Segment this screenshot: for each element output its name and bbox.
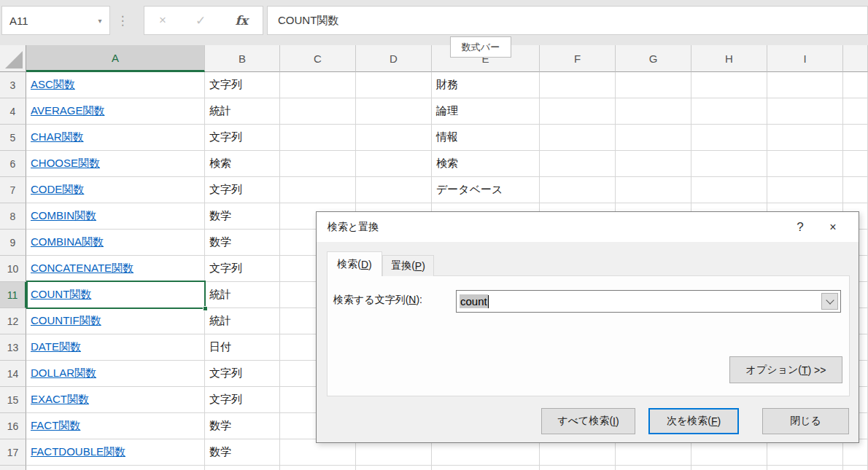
dialog-close-button[interactable]: 閉じる	[762, 408, 849, 434]
select-all-corner[interactable]	[0, 45, 26, 72]
chevron-down-icon[interactable]: ▾	[90, 17, 109, 25]
column-header-F[interactable]: F	[540, 45, 616, 72]
row-header[interactable]: 4	[0, 98, 26, 125]
row-header[interactable]: 5	[0, 125, 26, 151]
fill-handle[interactable]	[203, 306, 208, 311]
cell-partial[interactable]	[691, 466, 767, 470]
function-link[interactable]: CHOOSE関数	[31, 157, 100, 171]
row-header[interactable]: 15	[0, 387, 26, 413]
cell-c17[interactable]	[280, 439, 356, 466]
cell-b14[interactable]: 文字列	[205, 361, 280, 387]
cell-a14[interactable]: DOLLAR関数	[26, 361, 205, 387]
cell-e6[interactable]: 検索	[432, 151, 540, 177]
cell-partial[interactable]	[356, 466, 432, 470]
cell-g4[interactable]	[616, 98, 691, 125]
column-header-extra[interactable]	[843, 45, 868, 72]
function-link[interactable]: COMBIN関数	[31, 209, 96, 223]
insert-function-icon[interactable]: fx	[235, 13, 247, 28]
cell-c6[interactable]	[280, 151, 356, 177]
cell-e17[interactable]	[432, 439, 540, 466]
cell-i6[interactable]	[767, 151, 843, 177]
function-link[interactable]: FACT関数	[31, 419, 80, 433]
cell-d17[interactable]	[356, 439, 432, 466]
cell-a15[interactable]: EXACT関数	[26, 387, 205, 413]
cell-d3[interactable]	[356, 72, 432, 98]
function-link[interactable]: ASC関数	[31, 78, 75, 92]
column-header-A[interactable]: A	[26, 45, 205, 72]
cell-b7[interactable]: 文字列	[205, 177, 280, 203]
cell-b13[interactable]: 日付	[205, 334, 280, 361]
row-header[interactable]: 16	[0, 413, 26, 439]
cell-partial[interactable]	[616, 466, 691, 470]
row-header[interactable]: 12	[0, 308, 26, 334]
cell-a12[interactable]: COUNTIF関数	[26, 308, 205, 334]
cancel-icon[interactable]: ×	[159, 13, 166, 28]
search-dropdown-button[interactable]	[821, 293, 838, 310]
row-header[interactable]: 8	[0, 203, 26, 230]
row-header[interactable]: 10	[0, 256, 26, 282]
cell-e3[interactable]: 財務	[432, 72, 540, 98]
cell-partial[interactable]	[205, 466, 280, 470]
column-header-D[interactable]: D	[356, 45, 432, 72]
cell-extra[interactable]	[843, 177, 868, 203]
cell-c7[interactable]	[280, 177, 356, 203]
cell-a17[interactable]: FACTDOUBLE関数	[26, 439, 205, 466]
row-header[interactable]	[0, 466, 26, 470]
cell-f4[interactable]	[540, 98, 616, 125]
cell-a9[interactable]: COMBINA関数	[26, 230, 205, 256]
row-header[interactable]: 14	[0, 361, 26, 387]
cell-g5[interactable]	[616, 125, 691, 151]
cell-extra[interactable]	[843, 439, 868, 466]
cell-i4[interactable]	[767, 98, 843, 125]
column-header-G[interactable]: G	[616, 45, 691, 72]
cell-b5[interactable]: 文字列	[205, 125, 280, 151]
cell-h4[interactable]	[691, 98, 767, 125]
column-header-C[interactable]: C	[280, 45, 356, 72]
column-header-B[interactable]: B	[205, 45, 280, 72]
cell-b9[interactable]: 数学	[205, 230, 280, 256]
cell-g17[interactable]	[616, 439, 691, 466]
cell-d4[interactable]	[356, 98, 432, 125]
search-input[interactable]: count	[456, 290, 841, 313]
formula-bar[interactable]: COUNT関数	[267, 6, 868, 35]
cell-g3[interactable]	[616, 72, 691, 98]
function-link[interactable]: AVERAGE関数	[31, 104, 104, 118]
function-link[interactable]: DOLLAR関数	[31, 367, 96, 380]
find-next-button[interactable]: 次を検索(F)	[648, 408, 739, 434]
function-link[interactable]: CODE関数	[31, 183, 84, 197]
tab-replace[interactable]: 置換(P)	[382, 255, 434, 276]
cell-a4[interactable]: AVERAGE関数	[26, 98, 205, 125]
row-header[interactable]: 11	[0, 282, 26, 308]
cell-a7[interactable]: CODE関数	[26, 177, 205, 203]
cell-e7[interactable]: データベース	[432, 177, 540, 203]
cell-a6[interactable]: CHOOSE関数	[26, 151, 205, 177]
name-box[interactable]: A11 ▾	[1, 6, 110, 35]
cell-partial[interactable]	[26, 466, 205, 470]
cell-f6[interactable]	[540, 151, 616, 177]
function-link[interactable]: COUNTIF関数	[31, 314, 101, 328]
cell-a5[interactable]: CHAR関数	[26, 125, 205, 151]
cell-i17[interactable]	[767, 439, 843, 466]
row-header[interactable]: 3	[0, 72, 26, 98]
function-link[interactable]: CHAR関数	[31, 130, 84, 144]
cell-b17[interactable]: 数学	[205, 439, 280, 466]
function-link[interactable]: EXACT関数	[31, 393, 89, 407]
row-header[interactable]: 13	[0, 334, 26, 361]
cell-b10[interactable]: 文字列	[205, 256, 280, 282]
cell-a16[interactable]: FACT関数	[26, 413, 205, 439]
cell-b16[interactable]: 数学	[205, 413, 280, 439]
cell-partial[interactable]	[767, 466, 843, 470]
cell-i5[interactable]	[767, 125, 843, 151]
cell-partial[interactable]	[843, 466, 868, 470]
cell-d6[interactable]	[356, 151, 432, 177]
cell-partial[interactable]	[432, 466, 540, 470]
dialog-title-bar[interactable]: 検索と置換 ? ×	[317, 212, 859, 242]
cell-b3[interactable]: 文字列	[205, 72, 280, 98]
cell-f17[interactable]	[540, 439, 616, 466]
cell-extra[interactable]	[843, 151, 868, 177]
tab-find[interactable]: 検索(D)	[327, 251, 382, 276]
cell-h17[interactable]	[691, 439, 767, 466]
cell-d5[interactable]	[356, 125, 432, 151]
cell-partial[interactable]	[280, 466, 356, 470]
cell-extra[interactable]	[843, 98, 868, 125]
